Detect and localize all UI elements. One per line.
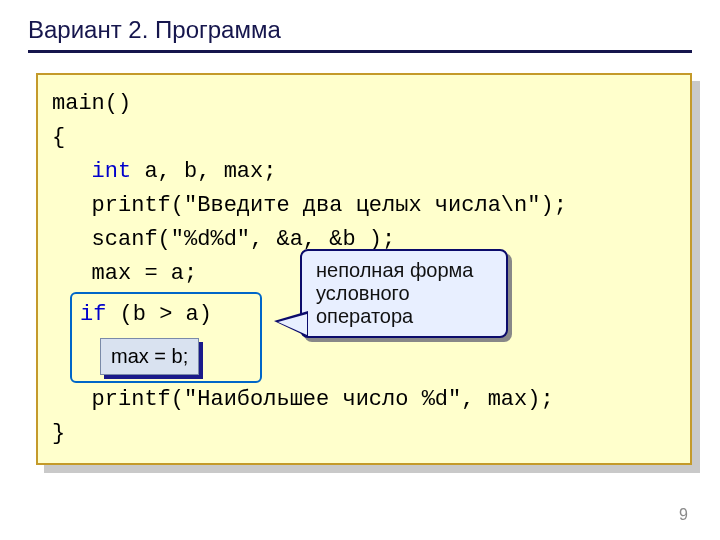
slide: Вариант 2. Программа main() { int a, b, … [0,0,720,481]
code-line-1: main() [52,91,131,116]
callout-line-2: условного [316,282,492,305]
keyword-int: int [92,159,132,184]
if-condition: (b > a) [106,302,212,327]
callout-line-1: неполная форма [316,259,492,282]
page-number: 9 [679,506,688,524]
code-line-3-indent [52,159,92,184]
if-block: if (b > a) max = b; [70,292,262,383]
callout-line-3: оператора [316,305,492,328]
code-line-6: max = a; [52,261,197,286]
callout-bubble: неполная форма условного оператора [300,249,508,338]
code-line-4: printf("Введите два целых числа\n"); [52,193,567,218]
code-line-9: } [52,421,65,446]
code-line-3-rest: a, b, max; [131,159,276,184]
code-line-8: printf("Наибольшее число %d", max); [52,387,554,412]
max-equals-b: max = b; [100,338,199,375]
callout-container: неполная форма условного оператора [300,249,508,338]
code-line-2: { [52,125,65,150]
keyword-if: if [80,302,106,327]
callout-tail-icon [274,311,308,337]
assignment-highlight: max = b; [100,338,199,375]
slide-title: Вариант 2. Программа [28,16,692,53]
